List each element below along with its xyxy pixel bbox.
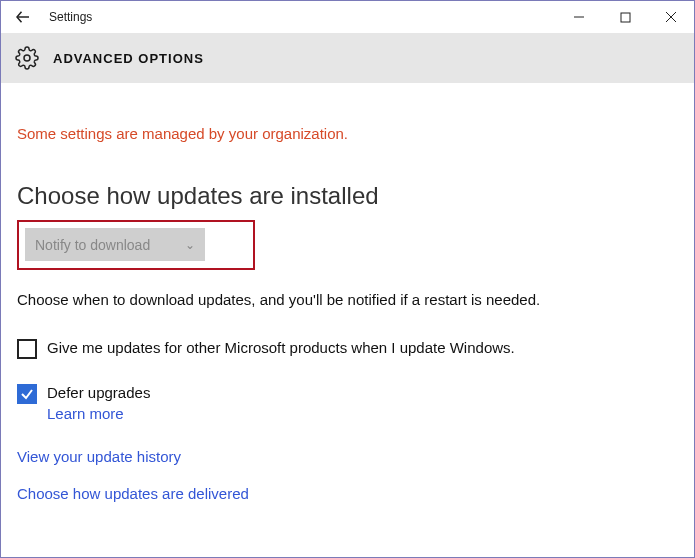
- page-title: ADVANCED OPTIONS: [53, 51, 204, 66]
- gear-icon: [15, 46, 39, 70]
- dropdown-selected-label: Notify to download: [35, 237, 150, 253]
- svg-rect-2: [621, 13, 630, 22]
- back-button[interactable]: [1, 1, 45, 33]
- links-section: View your update history Choose how upda…: [17, 448, 678, 502]
- defer-learn-more-link[interactable]: Learn more: [47, 405, 124, 422]
- managed-by-org-message: Some settings are managed by your organi…: [17, 125, 678, 142]
- checkbox-defer-upgrades[interactable]: Defer upgrades Learn more: [17, 383, 678, 424]
- maximize-icon: [620, 12, 631, 23]
- updates-delivered-link[interactable]: Choose how updates are delivered: [17, 485, 678, 502]
- checkbox-label: Defer upgrades: [47, 384, 150, 401]
- minimize-button[interactable]: [556, 1, 602, 33]
- arrow-left-icon: [14, 8, 32, 26]
- close-button[interactable]: [648, 1, 694, 33]
- checkbox-label: Give me updates for other Microsoft prod…: [47, 339, 515, 356]
- checkbox-box: [17, 339, 37, 359]
- chevron-down-icon: ⌄: [185, 238, 195, 252]
- window-title: Settings: [45, 10, 92, 24]
- close-icon: [665, 11, 677, 23]
- content-area: Some settings are managed by your organi…: [1, 83, 694, 518]
- install-mode-description: Choose when to download updates, and you…: [17, 290, 678, 310]
- minimize-icon: [573, 11, 585, 23]
- annotation-highlight-box: Notify to download ⌄: [17, 220, 255, 270]
- checkbox-other-products[interactable]: Give me updates for other Microsoft prod…: [17, 338, 678, 359]
- section-heading: Choose how updates are installed: [17, 182, 678, 210]
- install-mode-dropdown: Notify to download ⌄: [25, 228, 205, 261]
- page-header: ADVANCED OPTIONS: [1, 33, 694, 83]
- svg-point-5: [24, 55, 30, 61]
- title-bar: Settings: [1, 1, 694, 33]
- maximize-button[interactable]: [602, 1, 648, 33]
- checkbox-box: [17, 384, 37, 404]
- view-update-history-link[interactable]: View your update history: [17, 448, 678, 465]
